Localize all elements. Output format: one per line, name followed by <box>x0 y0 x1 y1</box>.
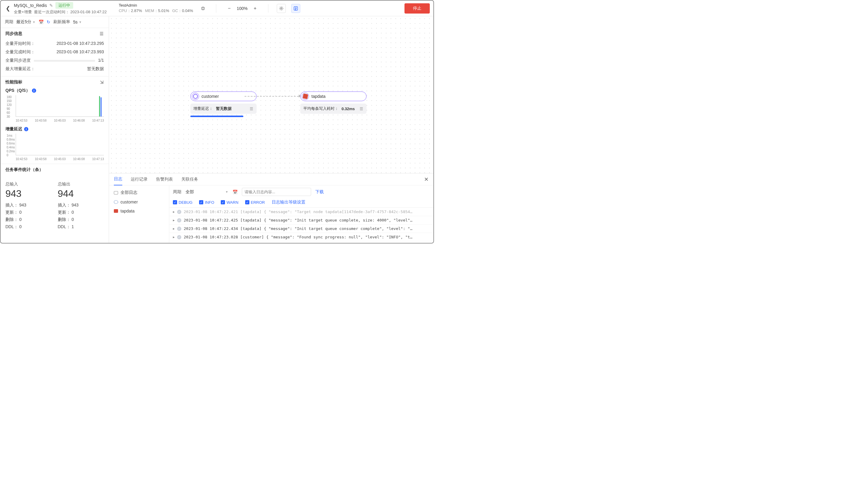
stop-button[interactable]: 停止 <box>404 3 430 13</box>
admin-name: TestAdmin <box>119 3 193 7</box>
header-subtitle: 全量+增量 最近一次启动时间： 2023-01-08 10:47:22 <box>14 9 106 15</box>
total-out-value: 944 <box>58 188 104 199</box>
level-warn-checkbox[interactable]: ✓WARN <box>221 200 238 205</box>
zoom-out-button[interactable]: − <box>225 4 234 13</box>
period-label: 周期 <box>5 19 13 25</box>
perf-title: 性能指标 <box>5 79 22 85</box>
tab-log[interactable]: 日志 <box>114 173 122 186</box>
calendar-icon[interactable]: 📅 <box>38 20 44 24</box>
stats-title: 任务事件统计（条） <box>5 167 43 172</box>
connection-line <box>245 96 299 97</box>
target-node-metric: 平均每条写入耗时：0.32ms ☰ <box>300 103 367 114</box>
redis-icon <box>302 93 309 100</box>
edit-icon[interactable]: ✎ <box>50 3 53 8</box>
total-in-value: 943 <box>5 188 52 199</box>
total-in-label: 总输入 <box>5 182 52 187</box>
level-settings-link[interactable]: 日志输出等级设置 <box>272 200 305 205</box>
total-out-label: 总输出 <box>58 182 104 187</box>
source-node-metric: 增量延迟：暂无数据 ☰ <box>190 103 257 114</box>
info-icon[interactable]: i <box>32 89 36 93</box>
tab-alarms[interactable]: 告警列表 <box>156 174 173 185</box>
info-icon[interactable]: i <box>24 127 28 131</box>
status-badge: 运行中 <box>55 2 73 9</box>
refresh-label: 刷新频率 <box>53 19 70 25</box>
log-line[interactable]: ▶✓2023-01-08 10:47:22.421 [tapdata] { "m… <box>169 208 433 216</box>
tab-run-history[interactable]: 运行记录 <box>131 174 148 185</box>
flow-canvas[interactable]: customer 增量延迟：暂无数据 ☰ tapdata 平均每条写入耗时：0.… <box>109 16 433 173</box>
settings-icon[interactable] <box>277 4 286 13</box>
delay-title: 增量延迟 <box>5 126 22 132</box>
expand-icon[interactable]: ⇲ <box>100 80 104 85</box>
close-panel-icon[interactable]: ✕ <box>424 176 429 183</box>
log-line[interactable]: ▶✓2023-01-08 10:47:23.028 [customer] { "… <box>169 233 433 241</box>
period-dropdown[interactable]: 最近5分▼ <box>16 19 35 25</box>
folder-icon <box>114 191 118 194</box>
delay-chart: 1ms0.8ms0.6ms0.4ms0.2ms0 10:42:5310:43:5… <box>7 134 104 161</box>
level-debug-checkbox[interactable]: ✓DEBUG <box>173 200 192 205</box>
svg-point-0 <box>280 7 282 9</box>
back-button[interactable]: ❮ <box>4 5 11 12</box>
log-filter-customer[interactable]: customer <box>112 197 166 206</box>
qps-chart: 180150120906030 10:42:5310:43:5810:45:03… <box>7 95 104 122</box>
refresh-icon[interactable]: ↻ <box>47 20 50 24</box>
log-filter-all[interactable]: 全部日志 <box>112 188 166 197</box>
log-period-dropdown[interactable]: 全部▼ <box>186 189 228 195</box>
database-icon <box>192 93 199 100</box>
zoom-in-button[interactable]: + <box>251 4 259 13</box>
qps-title: QPS（Q/S） <box>5 88 30 93</box>
log-line[interactable]: ▶✓2023-01-08 10:47:22.425 [tapdata] { "m… <box>169 216 433 225</box>
log-filter-tapdata[interactable]: tapdata <box>112 206 166 216</box>
node-menu-icon[interactable]: ☰ <box>250 106 254 111</box>
fullscreen-exit-icon[interactable] <box>198 4 208 13</box>
resource-stats: CPU：2.87% MEM：5.01% GC：0.04% <box>119 8 193 13</box>
log-line[interactable]: ▶✓2023-01-08 10:47:22.434 [tapdata] { "m… <box>169 225 433 233</box>
redis-icon <box>114 209 118 213</box>
level-error-checkbox[interactable]: ✓ERROR <box>245 200 265 205</box>
download-link[interactable]: 下载 <box>315 189 324 195</box>
log-search-input[interactable] <box>242 188 311 196</box>
refresh-dropdown[interactable]: 5s▼ <box>73 20 82 24</box>
task-title: MySQL_to_Redis <box>14 3 47 8</box>
level-info-checkbox[interactable]: ✓INFO <box>199 200 214 205</box>
tab-related[interactable]: 关联任务 <box>181 174 198 185</box>
calendar-icon[interactable]: 📅 <box>232 190 238 194</box>
sync-info-title: 同步信息 <box>5 31 22 36</box>
database-icon <box>113 200 118 204</box>
sync-menu-icon[interactable]: ☰ <box>100 31 104 36</box>
target-node[interactable]: tapdata <box>300 92 367 101</box>
node-menu-icon[interactable]: ☰ <box>360 106 364 111</box>
zoom-level: 100% <box>237 6 248 11</box>
detail-panel-icon[interactable] <box>291 4 300 13</box>
log-period-label: 周期 <box>173 189 181 195</box>
source-progress <box>190 116 243 117</box>
